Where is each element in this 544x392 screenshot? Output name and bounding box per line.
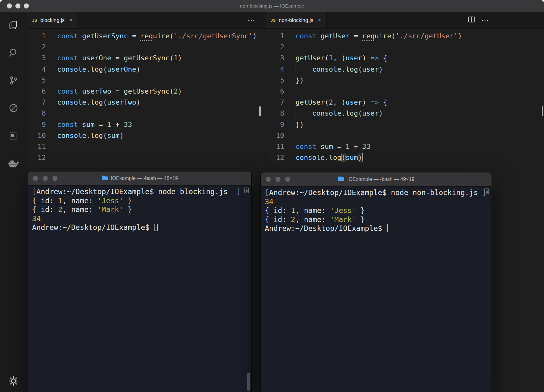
- minimize-window-button[interactable]: [43, 176, 48, 181]
- code-line[interactable]: 1const getUser = require('./src/getUser'…: [265, 30, 544, 41]
- zoom-window-button[interactable]: [52, 176, 57, 181]
- token: log: [329, 154, 341, 161]
- activity-item-debug[interactable]: [0, 95, 27, 122]
- line-content: console.log(sum): [296, 152, 363, 163]
- code-line[interactable]: 8: [27, 108, 265, 119]
- code-line[interactable]: 10: [265, 130, 544, 141]
- terminal-content[interactable]: [Andrew:~/Desktop/IOExample$ node blocki…: [28, 186, 251, 392]
- code-line[interactable]: 11: [27, 141, 265, 152]
- code-line[interactable]: 5: [27, 75, 265, 86]
- minimize-window-button[interactable]: [15, 3, 20, 8]
- zoom-window-button[interactable]: [24, 3, 29, 8]
- editor-scrollbar-thumb[interactable]: [259, 106, 261, 116]
- line-number: 9: [265, 119, 284, 130]
- token: log: [345, 65, 358, 73]
- code-line[interactable]: 6const userTwo = getUserSync(2): [27, 86, 265, 97]
- code-line[interactable]: 8 console.log(user): [265, 108, 544, 119]
- terminal-content[interactable]: [Andrew:~/Desktop/IOExample$ node non-bl…: [261, 187, 492, 392]
- line-number: 4: [27, 64, 46, 75]
- token: (: [170, 87, 174, 95]
- code-line[interactable]: 7console.log(userTwo): [27, 97, 265, 108]
- close-tab-icon[interactable]: ×: [318, 17, 321, 24]
- line-number: 12: [27, 152, 46, 163]
- code-line[interactable]: 10console.log(sum): [27, 130, 265, 141]
- activity-item-source-control[interactable]: [0, 67, 27, 95]
- token: +: [350, 143, 362, 150]
- minimize-window-button[interactable]: [275, 177, 280, 182]
- close-window-button[interactable]: [266, 177, 271, 182]
- token: sum: [320, 143, 333, 150]
- token: =>: [370, 54, 379, 62]
- code-line[interactable]: 3getUser(1, (user) => {: [265, 52, 544, 63]
- terminal-titlebar[interactable]: IOExample — -bash — 48×19: [28, 172, 251, 186]
- tab-blocking-js[interactable]: JS blocking.js ×: [27, 12, 78, 28]
- code-line[interactable]: 11const sum = 1 + 33: [265, 141, 544, 152]
- zoom-window-button[interactable]: [285, 177, 290, 182]
- token: ): [379, 109, 383, 117]
- token: ]: [228, 188, 241, 196]
- close-window-button[interactable]: [7, 3, 12, 8]
- token: (: [103, 98, 107, 106]
- line-content: const sum = 1 + 33: [57, 119, 132, 130]
- code-line[interactable]: 12console.log(sum): [265, 152, 544, 163]
- activity-item-extensions[interactable]: [0, 122, 27, 150]
- terminal-scrollbar-thumb[interactable]: [247, 373, 250, 391]
- activity-item-explorer[interactable]: [0, 12, 27, 40]
- terminal-line: [Andrew:~/Desktop/IOExample$ node blocki…: [32, 187, 251, 196]
- token: .: [341, 109, 345, 117]
- search-icon: [8, 48, 19, 59]
- code-line[interactable]: 3const userOne = getUserSync(1): [27, 52, 265, 63]
- token: getUserSync: [82, 32, 128, 40]
- settings-gear-button[interactable]: [8, 376, 19, 388]
- activity-item-search[interactable]: [0, 40, 27, 67]
- code-line[interactable]: 4 console.log(user): [265, 64, 544, 75]
- token: [387, 224, 388, 232]
- terminal-titlebar[interactable]: IOExample — -bash — 49×19: [261, 172, 492, 187]
- token: const: [57, 54, 82, 62]
- line-content: }): [296, 75, 304, 86]
- token: , name:: [63, 205, 97, 214]
- token: [296, 109, 312, 117]
- token: console: [312, 65, 341, 73]
- token: 2: [58, 205, 63, 214]
- line-number: 1: [265, 30, 284, 41]
- code-line[interactable]: 1const getUserSync = require('./src/getU…: [27, 30, 265, 41]
- terminal-line: { id: 2, name: 'Mark' }: [265, 215, 492, 224]
- tab-bar-left: JS blocking.js × ⋯: [27, 12, 265, 29]
- window-controls: [7, 0, 29, 12]
- more-actions-icon[interactable]: ⋯: [481, 12, 489, 28]
- code-line[interactable]: 4console.log(userOne): [27, 64, 265, 75]
- more-actions-icon[interactable]: ⋯: [248, 12, 256, 28]
- extensions-icon: [8, 131, 19, 142]
- code-line[interactable]: 6: [265, 86, 544, 97]
- code-line[interactable]: 9}): [265, 119, 544, 130]
- close-window-button[interactable]: [33, 176, 38, 181]
- code-line[interactable]: 2: [265, 41, 544, 52]
- token: sum: [345, 154, 358, 161]
- terminal-title-text: IOExample — -bash — 48×19: [111, 176, 178, 181]
- token: { id:: [32, 197, 58, 205]
- token: req: [362, 32, 375, 40]
- split-editor-icon[interactable]: [468, 16, 475, 24]
- terminal-line: 34: [265, 197, 492, 206]
- line-number: 6: [265, 86, 284, 97]
- code-line[interactable]: 7getUser(2, (user) => {: [265, 97, 544, 108]
- token: sum: [107, 132, 120, 139]
- token: 'Mark': [97, 205, 123, 214]
- editor-scrollbar-thumb[interactable]: [542, 106, 543, 116]
- tab-non-blocking-js[interactable]: JS non-blocking.js ×: [265, 12, 327, 28]
- token: console: [57, 132, 86, 139]
- code-line[interactable]: 9const sum = 1 + 33: [27, 119, 265, 130]
- line-number: 5: [265, 75, 284, 86]
- terminal-line: Andrew:~/Desktop/IOExample$: [32, 223, 251, 232]
- code-line[interactable]: 12: [27, 152, 265, 163]
- code-line[interactable]: 5}): [265, 75, 544, 86]
- close-tab-icon[interactable]: ×: [69, 17, 73, 24]
- folder-icon: [338, 176, 345, 183]
- window-titlebar[interactable]: non-blocking.js — IOExample: [0, 0, 544, 12]
- activity-item-docker[interactable]: [0, 150, 27, 178]
- code-line[interactable]: 2: [27, 41, 265, 52]
- token: Andrew:~/Desktop/IOExample$: [32, 223, 154, 231]
- token: req: [140, 32, 153, 40]
- token: uire: [153, 32, 170, 40]
